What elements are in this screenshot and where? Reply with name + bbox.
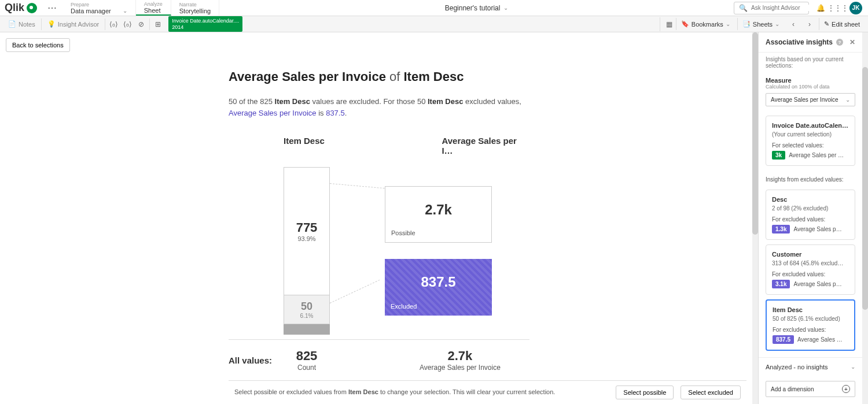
more-icon[interactable]: ⋯ (42, 2, 62, 13)
panel-header: Associative insights ? ✕ (759, 32, 862, 53)
content: Back to selections Average Sales per Inv… (0, 32, 752, 404)
value-badge: 3.1k (772, 280, 790, 288)
grid-icon[interactable]: ⋮⋮⋮ (832, 2, 844, 14)
card-title: Desc (772, 196, 849, 203)
tab-value: Storytelling (179, 8, 211, 14)
value: 825 (284, 349, 330, 364)
connector-line (330, 183, 385, 188)
cards-scroll: Invoice Date.autoCalen… (Your current se… (759, 111, 862, 357)
sheets-button[interactable]: 📑 Sheets ⌄ (737, 18, 784, 30)
bar-value: 50 (301, 301, 312, 313)
selection-back-icon[interactable]: ⟨₀⟩ (106, 17, 120, 31)
next-sheet-icon[interactable]: › (803, 17, 816, 31)
add-dimension-button[interactable]: Add a dimension + (766, 381, 855, 397)
calc-note: Calculated on 100% of data (766, 84, 855, 90)
card-title: Item Desc (773, 306, 848, 313)
help-icon[interactable]: ? (836, 39, 843, 46)
add-label: Add a dimension (771, 386, 814, 392)
insight-card-item-desc[interactable]: Item Desc 50 of 825 (6.1% excluded) For … (766, 299, 855, 351)
value-badge: 1.3k (772, 225, 790, 233)
bar-possible-segment[interactable]: 775 93.9% (284, 167, 330, 295)
search-field[interactable] (751, 5, 809, 11)
associative-insights-panel: Associative insights ? ✕ Insights based … (758, 32, 862, 404)
tab-analyze[interactable]: Analyze Sheet (136, 0, 171, 16)
edit-sheet-button[interactable]: ✎ Edit sheet (819, 18, 865, 30)
insight-card-customer[interactable]: Customer 313 of 684 (45.8% exclud… For e… (766, 244, 855, 295)
smart-search-icon[interactable]: ⊞ (151, 17, 165, 31)
search-input[interactable]: 🔍 (734, 2, 809, 14)
box-value: 837.5 (391, 274, 486, 290)
label: Average Sales per Invoice (420, 364, 501, 372)
bar-base (284, 324, 330, 335)
excluded-header: Insights from excluded values: (759, 171, 862, 185)
select-excluded-button[interactable]: Select excluded (681, 386, 741, 399)
value-badge: 837.5 (773, 335, 794, 344)
footer-text: Select possible or excluded values from … (234, 388, 609, 396)
value-badge: 3k (772, 151, 785, 160)
measure-label: Measure (766, 77, 855, 84)
card-sub: 2 of 98 (2% excluded) (772, 205, 849, 212)
avatar[interactable]: JK (849, 2, 862, 14)
card-for: For excluded values: (772, 216, 849, 223)
bell-icon[interactable]: 🔔 (815, 2, 826, 14)
connector-line (330, 280, 380, 303)
insight-card-current[interactable]: Invoice Date.autoCalen… (Your current se… (766, 116, 855, 166)
tab-prepare[interactable]: Prepare Data manager⌄ (62, 0, 136, 16)
analyzed-row[interactable]: Analyzed - no insights ⌄ (759, 357, 862, 376)
sidepanel-scrollbar[interactable] (862, 32, 868, 404)
card-for: For selected values: (772, 142, 849, 149)
logo-text: Qlik (5, 2, 24, 14)
selection-forward-icon[interactable]: ⟨₀⟩ (120, 17, 134, 31)
card-for: For excluded values: (772, 271, 849, 277)
page-title: Average Sales per Invoice of Item Desc (229, 69, 752, 84)
excluded-box[interactable]: 837.5 Excluded (385, 259, 492, 316)
topbar: Qlik ⋯ Prepare Data manager⌄ Analyze She… (0, 0, 868, 16)
footer-bar: Select possible or excluded values from … (229, 380, 746, 404)
chart-header-dimension: Item Desc (284, 136, 389, 155)
insight-card-desc[interactable]: Desc 2 of 98 (2% excluded) For excluded … (766, 190, 855, 240)
dropdown-value: Average Sales per Invoice (771, 97, 838, 103)
toolbar: 📄 Notes 💡 Insight Advisor ⟨₀⟩ ⟨₀⟩ ⊘ ⊞ In… (0, 16, 868, 32)
selection-chip[interactable]: Invoice Date.autoCalendar.... 2014 (168, 16, 242, 32)
card-metric: Average Sales p… (793, 226, 849, 232)
bar-value: 775 (296, 220, 318, 235)
analyzed-label: Analyzed - no insights (766, 364, 828, 370)
possible-box[interactable]: 2.7k Possible (385, 186, 492, 243)
all-count: 825 Count (284, 349, 330, 372)
summary-text: 50 of the 825 Item Desc values are exclu… (229, 96, 529, 118)
card-sub: 313 of 684 (45.8% exclud… (772, 260, 849, 266)
insight-advisor-button[interactable]: 💡 Insight Advisor (43, 18, 104, 30)
content-scrollbar[interactable] (752, 32, 758, 404)
logo-icon (27, 3, 37, 13)
card-sub: (Your current selection) (772, 131, 849, 138)
back-button[interactable]: Back to selections (6, 38, 70, 52)
bar-excluded-segment[interactable]: 50 6.1% (284, 295, 330, 324)
notes-button[interactable]: 📄 Notes (3, 18, 40, 30)
bookmarks-button[interactable]: 🔖 Bookmarks ⌄ (676, 18, 735, 30)
chevron-down-icon: ⌄ (845, 97, 850, 103)
dimension-bar: 775 93.9% 50 6.1% (284, 167, 330, 335)
measure-section: Measure Calculated on 100% of data Avera… (759, 72, 862, 111)
tab-value: Sheet (144, 7, 163, 14)
clear-selections-icon[interactable]: ⊘ (134, 17, 148, 31)
card-title: Customer (772, 251, 849, 258)
chart-area: Item Desc Average Sales per I… 775 93.9%… (229, 136, 529, 372)
assets-icon[interactable]: ▦ (660, 17, 674, 31)
chevron-down-icon: ⌄ (503, 5, 508, 11)
logo[interactable]: Qlik (0, 2, 42, 14)
close-icon[interactable]: ✕ (849, 38, 855, 46)
chip-line1: Invoice Date.autoCalendar.... (172, 18, 239, 24)
prev-sheet-icon[interactable]: ‹ (786, 17, 800, 31)
box-value: 2.7k (391, 202, 486, 218)
value: 2.7k (420, 349, 501, 364)
app-title[interactable]: Beginner's tutorial ⌄ (219, 4, 734, 12)
card-metric: Average Sales p… (793, 281, 849, 287)
toolbar-right: ▦ 🔖 Bookmarks ⌄ 📑 Sheets ⌄ ‹ › ✎ Edit sh… (660, 17, 865, 31)
card-metric: Average Sales … (797, 336, 848, 343)
bar-percent: 6.1% (300, 313, 314, 319)
nav-tabs: Prepare Data manager⌄ Analyze Sheet Narr… (62, 0, 219, 16)
measure-dropdown[interactable]: Average Sales per Invoice ⌄ (766, 93, 855, 106)
tab-narrate[interactable]: Narrate Storytelling (171, 0, 219, 16)
all-measure: 2.7k Average Sales per Invoice (420, 349, 501, 372)
select-possible-button[interactable]: Select possible (616, 386, 674, 399)
